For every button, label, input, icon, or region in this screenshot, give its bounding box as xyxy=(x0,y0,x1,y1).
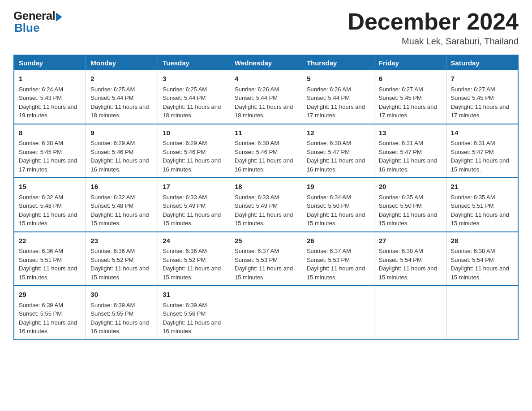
day-number: 18 xyxy=(235,182,297,192)
day-cell: 29 Sunrise: 6:39 AMSunset: 5:55 PMDaylig… xyxy=(14,286,86,340)
day-number: 21 xyxy=(451,182,513,192)
calendar-table: SundayMondayTuesdayWednesdayThursdayFrid… xyxy=(13,55,519,340)
col-header-monday: Monday xyxy=(86,55,158,70)
day-info: Sunrise: 6:25 AMSunset: 5:44 PMDaylight:… xyxy=(163,86,221,119)
day-info: Sunrise: 6:29 AMSunset: 5:46 PMDaylight:… xyxy=(163,140,221,173)
day-info: Sunrise: 6:33 AMSunset: 5:49 PMDaylight:… xyxy=(235,194,293,227)
day-cell: 11 Sunrise: 6:30 AMSunset: 5:46 PMDaylig… xyxy=(230,124,302,178)
col-header-thursday: Thursday xyxy=(302,55,374,70)
day-number: 23 xyxy=(90,236,153,246)
day-info: Sunrise: 6:26 AMSunset: 5:44 PMDaylight:… xyxy=(235,86,293,119)
day-cell: 3 Sunrise: 6:25 AMSunset: 5:44 PMDayligh… xyxy=(158,70,230,124)
day-info: Sunrise: 6:25 AMSunset: 5:44 PMDaylight:… xyxy=(90,86,149,119)
day-cell: 16 Sunrise: 6:32 AMSunset: 5:48 PMDaylig… xyxy=(86,178,158,232)
day-info: Sunrise: 6:37 AMSunset: 5:53 PMDaylight:… xyxy=(235,248,293,281)
week-row-4: 22 Sunrise: 6:36 AMSunset: 5:51 PMDaylig… xyxy=(14,232,518,286)
day-info: Sunrise: 6:27 AMSunset: 5:45 PMDaylight:… xyxy=(451,86,509,119)
col-header-saturday: Saturday xyxy=(446,55,518,70)
logo: General Blue xyxy=(13,9,62,35)
day-number: 31 xyxy=(163,290,225,300)
day-number: 26 xyxy=(307,236,369,246)
day-info: Sunrise: 6:28 AMSunset: 5:45 PMDaylight:… xyxy=(19,140,77,173)
day-info: Sunrise: 6:38 AMSunset: 5:54 PMDaylight:… xyxy=(451,248,509,281)
day-cell: 22 Sunrise: 6:36 AMSunset: 5:51 PMDaylig… xyxy=(14,232,86,286)
day-info: Sunrise: 6:35 AMSunset: 5:50 PMDaylight:… xyxy=(379,194,437,227)
day-cell: 17 Sunrise: 6:33 AMSunset: 5:49 PMDaylig… xyxy=(158,178,230,232)
day-number: 22 xyxy=(19,236,81,246)
day-cell: 24 Sunrise: 6:36 AMSunset: 5:52 PMDaylig… xyxy=(158,232,230,286)
day-cell: 13 Sunrise: 6:31 AMSunset: 5:47 PMDaylig… xyxy=(374,124,446,178)
day-cell: 18 Sunrise: 6:33 AMSunset: 5:49 PMDaylig… xyxy=(230,178,302,232)
day-number: 20 xyxy=(379,182,442,192)
day-info: Sunrise: 6:24 AMSunset: 5:43 PMDaylight:… xyxy=(19,86,77,119)
day-cell: 26 Sunrise: 6:37 AMSunset: 5:53 PMDaylig… xyxy=(302,232,374,286)
day-number: 4 xyxy=(235,74,297,84)
day-number: 17 xyxy=(163,182,225,192)
day-cell: 10 Sunrise: 6:29 AMSunset: 5:46 PMDaylig… xyxy=(158,124,230,178)
day-cell: 1 Sunrise: 6:24 AMSunset: 5:43 PMDayligh… xyxy=(14,70,86,124)
day-cell xyxy=(302,286,374,340)
day-cell: 19 Sunrise: 6:34 AMSunset: 5:50 PMDaylig… xyxy=(302,178,374,232)
day-cell: 4 Sunrise: 6:26 AMSunset: 5:44 PMDayligh… xyxy=(230,70,302,124)
day-cell: 12 Sunrise: 6:30 AMSunset: 5:47 PMDaylig… xyxy=(302,124,374,178)
day-number: 14 xyxy=(451,128,513,138)
day-number: 19 xyxy=(307,182,369,192)
day-cell: 8 Sunrise: 6:28 AMSunset: 5:45 PMDayligh… xyxy=(14,124,86,178)
day-cell: 31 Sunrise: 6:39 AMSunset: 5:56 PMDaylig… xyxy=(158,286,230,340)
day-number: 15 xyxy=(19,182,81,192)
day-cell xyxy=(374,286,446,340)
day-cell: 21 Sunrise: 6:35 AMSunset: 5:51 PMDaylig… xyxy=(446,178,518,232)
day-cell xyxy=(446,286,518,340)
day-cell: 30 Sunrise: 6:39 AMSunset: 5:55 PMDaylig… xyxy=(86,286,158,340)
day-info: Sunrise: 6:31 AMSunset: 5:47 PMDaylight:… xyxy=(451,140,509,173)
day-cell: 6 Sunrise: 6:27 AMSunset: 5:45 PMDayligh… xyxy=(374,70,446,124)
day-info: Sunrise: 6:34 AMSunset: 5:50 PMDaylight:… xyxy=(307,194,365,227)
day-number: 11 xyxy=(235,128,297,138)
day-cell: 25 Sunrise: 6:37 AMSunset: 5:53 PMDaylig… xyxy=(230,232,302,286)
logo-blue-text: Blue xyxy=(13,21,39,35)
day-info: Sunrise: 6:35 AMSunset: 5:51 PMDaylight:… xyxy=(451,194,509,227)
day-number: 10 xyxy=(163,128,225,138)
day-number: 29 xyxy=(19,290,81,300)
week-row-1: 1 Sunrise: 6:24 AMSunset: 5:43 PMDayligh… xyxy=(14,70,518,124)
col-header-friday: Friday xyxy=(374,55,446,70)
day-info: Sunrise: 6:32 AMSunset: 5:48 PMDaylight:… xyxy=(90,194,149,227)
day-cell: 7 Sunrise: 6:27 AMSunset: 5:45 PMDayligh… xyxy=(446,70,518,124)
location-subtitle: Muak Lek, Saraburi, Thailand xyxy=(348,36,519,47)
logo-arrow-icon xyxy=(56,13,62,21)
day-cell xyxy=(230,286,302,340)
day-number: 9 xyxy=(90,128,153,138)
day-info: Sunrise: 6:29 AMSunset: 5:46 PMDaylight:… xyxy=(90,140,149,173)
day-cell: 15 Sunrise: 6:32 AMSunset: 5:48 PMDaylig… xyxy=(14,178,86,232)
day-info: Sunrise: 6:33 AMSunset: 5:49 PMDaylight:… xyxy=(163,194,221,227)
day-info: Sunrise: 6:38 AMSunset: 5:54 PMDaylight:… xyxy=(379,248,437,281)
day-cell: 20 Sunrise: 6:35 AMSunset: 5:50 PMDaylig… xyxy=(374,178,446,232)
week-row-5: 29 Sunrise: 6:39 AMSunset: 5:55 PMDaylig… xyxy=(14,286,518,340)
day-info: Sunrise: 6:31 AMSunset: 5:47 PMDaylight:… xyxy=(379,140,437,173)
page-header: General Blue December 2024 Muak Lek, Sar… xyxy=(13,9,519,47)
day-number: 5 xyxy=(307,74,369,84)
day-number: 28 xyxy=(451,236,513,246)
calendar-header-row: SundayMondayTuesdayWednesdayThursdayFrid… xyxy=(14,55,518,70)
day-cell: 2 Sunrise: 6:25 AMSunset: 5:44 PMDayligh… xyxy=(86,70,158,124)
day-cell: 9 Sunrise: 6:29 AMSunset: 5:46 PMDayligh… xyxy=(86,124,158,178)
day-info: Sunrise: 6:39 AMSunset: 5:55 PMDaylight:… xyxy=(19,302,77,335)
day-number: 30 xyxy=(90,290,153,300)
day-number: 1 xyxy=(19,74,81,84)
col-header-tuesday: Tuesday xyxy=(158,55,230,70)
day-info: Sunrise: 6:30 AMSunset: 5:47 PMDaylight:… xyxy=(307,140,365,173)
day-number: 8 xyxy=(19,128,81,138)
day-number: 12 xyxy=(307,128,369,138)
day-number: 25 xyxy=(235,236,297,246)
day-cell: 27 Sunrise: 6:38 AMSunset: 5:54 PMDaylig… xyxy=(374,232,446,286)
day-number: 24 xyxy=(163,236,225,246)
day-number: 7 xyxy=(451,74,513,84)
day-info: Sunrise: 6:36 AMSunset: 5:51 PMDaylight:… xyxy=(19,248,77,281)
day-info: Sunrise: 6:26 AMSunset: 5:44 PMDaylight:… xyxy=(307,86,365,119)
col-header-wednesday: Wednesday xyxy=(230,55,302,70)
day-info: Sunrise: 6:32 AMSunset: 5:48 PMDaylight:… xyxy=(19,194,77,227)
day-cell: 28 Sunrise: 6:38 AMSunset: 5:54 PMDaylig… xyxy=(446,232,518,286)
day-number: 2 xyxy=(90,74,153,84)
day-info: Sunrise: 6:30 AMSunset: 5:46 PMDaylight:… xyxy=(235,140,293,173)
day-info: Sunrise: 6:36 AMSunset: 5:52 PMDaylight:… xyxy=(90,248,149,281)
